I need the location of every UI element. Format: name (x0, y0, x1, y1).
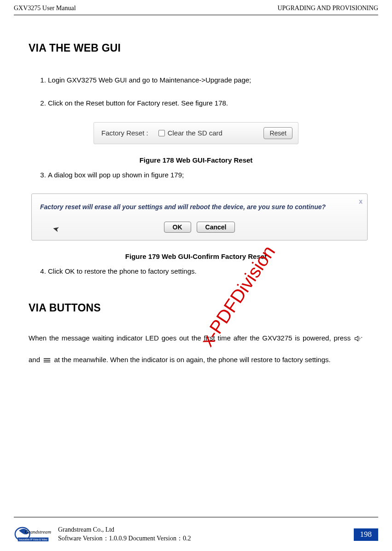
figure-178-ui: Factory Reset : Clear the SD card Reset (94, 122, 298, 144)
menu-icon (43, 351, 51, 371)
factory-reset-label: Factory Reset : (101, 129, 148, 137)
dialog-text: Factory reset will erase all your settin… (40, 202, 359, 211)
cancel-button[interactable]: Cancel (197, 222, 235, 233)
footer-rule (14, 517, 378, 517)
step-2: Click on the Reset button for Factory re… (48, 99, 363, 108)
section-heading-web-gui: VIA THE WEB GUI (29, 42, 363, 54)
header-right: UPGRADING AND PROVISIONING (277, 5, 378, 12)
footer-version: Software Version：1.0.0.9 Document Versio… (58, 534, 191, 543)
header-rule (14, 15, 378, 15)
header-left: GXV3275 User Manual (14, 5, 76, 12)
page-number: 198 (354, 528, 379, 541)
figure-179-caption: Figure 179 Web GUI-Confirm Factory Reset (29, 252, 363, 260)
figure-178-caption: Figure 178 Web GUI-Factory Reset (29, 156, 363, 164)
speaker-volume-icon: + (354, 329, 363, 350)
ok-button[interactable]: OK (164, 222, 191, 233)
reset-button[interactable]: Reset (263, 127, 293, 139)
grandstream-logo: Grandstream Innovative IP Voice & Video (14, 525, 53, 544)
clear-sd-checkbox[interactable]: Clear the SD card (158, 129, 222, 137)
clear-sd-label: Clear the SD card (168, 129, 222, 137)
body-pre: When the message waiting indicator LED g… (29, 334, 353, 342)
footer-company: Grandstream Co., Ltd (58, 526, 191, 534)
svg-text:Innovative IP Voice & Video: Innovative IP Voice & Video (19, 538, 47, 541)
close-icon[interactable]: x (359, 198, 363, 205)
checkbox-icon (158, 130, 165, 136)
body-mid: and (29, 356, 42, 363)
step-1: Login GXV3275 Web GUI and go to Maintena… (48, 76, 363, 85)
svg-text:+: + (361, 336, 363, 339)
section-heading-buttons: VIA BUTTONS (29, 302, 363, 314)
buttons-paragraph: When the message waiting indicator LED g… (29, 328, 363, 371)
step-3: A dialog box will pop up shown in figure… (48, 170, 363, 180)
body-post: at the meanwhile. When the indicator is … (54, 356, 330, 363)
svg-text:Grandstream: Grandstream (25, 529, 52, 534)
figure-179-dialog: x Factory reset will erase all your sett… (31, 193, 368, 240)
step-4: Click OK to restore the phone to factory… (48, 267, 363, 276)
